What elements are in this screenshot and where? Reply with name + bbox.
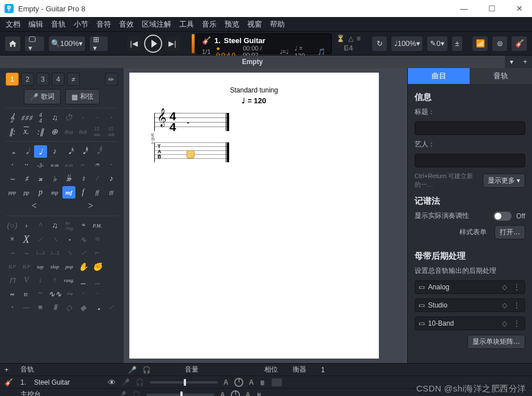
pm-icon[interactable]: P.M.: [91, 220, 104, 232]
insert-slot[interactable]: [272, 378, 282, 386]
barline-icon[interactable]: :‖: [34, 125, 47, 138]
line-icon[interactable]: ≡: [357, 35, 361, 43]
preset-menu-icon[interactable]: ⋮: [512, 301, 521, 309]
menu-effects[interactable]: 音效: [119, 19, 134, 30]
layout-button[interactable]: ⊞ ▾: [89, 36, 108, 52]
flat-icon[interactable]: ♭: [48, 172, 61, 185]
grace-icon[interactable]: ♪: [105, 172, 118, 185]
mic-icon[interactable]: 🎤: [128, 366, 137, 374]
hp2-icon[interactable]: H.P: [20, 260, 33, 273]
dead-note-icon[interactable]: ×: [6, 233, 19, 246]
chords-button[interactable]: ▦ 和弦: [65, 89, 100, 104]
vibw-icon[interactable]: ∿∿: [48, 288, 62, 300]
tremolo2-icon[interactable]: ⫴: [48, 301, 62, 314]
eq-icon[interactable]: ⫼: [259, 378, 266, 386]
display-mode-button[interactable]: 🖵 ▾: [24, 36, 45, 52]
letring-icon[interactable]: letring: [63, 220, 76, 232]
rasg-icon[interactable]: rasg.: [63, 274, 76, 287]
eighth-note-icon[interactable]: ♪: [48, 145, 61, 158]
transpose-button[interactable]: ±: [451, 36, 463, 52]
note-head-icon[interactable]: 𝅘: [91, 301, 104, 314]
tab-track[interactable]: 音轨: [470, 68, 532, 84]
triplet-feel-icon[interactable]: ♫: [48, 112, 61, 124]
thirtysecond-note-icon[interactable]: 𝅘𝅥𝅰: [77, 145, 90, 158]
mastering-preset-row[interactable]: ▭ Analog ◇ ⋮: [415, 280, 525, 294]
p-icon[interactable]: [105, 288, 118, 300]
p-icon[interactable]: ·: [105, 159, 118, 171]
home-button[interactable]: [5, 36, 21, 52]
headphone-icon[interactable]: 🎧: [142, 366, 151, 374]
lyrics-button[interactable]: 🎤 歌词: [24, 89, 61, 104]
ff-icon[interactable]: ff: [91, 186, 104, 199]
mp-icon[interactable]: mp: [48, 186, 61, 199]
sharp-icon[interactable]: ♯: [20, 172, 33, 185]
ped-icon[interactable]: 𝆮: [77, 220, 90, 232]
repeat-close-icon[interactable]: x.: [20, 125, 33, 138]
hand-icon[interactable]: ✋: [77, 260, 90, 273]
preset-updown-icon[interactable]: ◇: [500, 301, 509, 309]
wave-icon[interactable]: ∿: [77, 233, 90, 246]
tie-icon[interactable]: ⌣: [6, 172, 19, 185]
close-button[interactable]: ✕: [512, 4, 527, 13]
ottavb-icon[interactable]: 8vb: [77, 125, 90, 138]
15mb-icon[interactable]: 15mb: [105, 125, 118, 138]
hand2-icon[interactable]: ✊: [91, 260, 104, 273]
tremolo-icon[interactable]: ≡: [34, 301, 47, 314]
preset-menu-icon[interactable]: ⋮: [512, 319, 521, 327]
freetime-icon[interactable]: ⏱: [62, 112, 75, 124]
harm2-icon[interactable]: ◆: [77, 301, 90, 314]
sixteenth-note-icon[interactable]: 𝅘𝅥𝅯: [62, 145, 75, 158]
mastering-preset-row[interactable]: ▭ Studio ◇ ⋮: [415, 298, 525, 312]
play-button[interactable]: [144, 35, 162, 53]
beam-icon[interactable]: ♫: [48, 220, 62, 232]
bend-x-icon[interactable]: 𝆺: [63, 233, 76, 246]
p-icon[interactable]: [105, 274, 118, 287]
tuplet3-icon[interactable]: -3-: [34, 159, 47, 171]
v5-icon[interactable]: ⌐: [91, 247, 104, 259]
menu-tools[interactable]: 工具: [179, 19, 194, 30]
half-note-icon[interactable]: 𝅗𝅥: [20, 145, 33, 158]
upstroke-icon[interactable]: ⊓: [6, 274, 19, 287]
menu-track[interactable]: 音轨: [51, 19, 66, 30]
p-icon[interactable]: ·: [77, 288, 90, 300]
score-canvas[interactable]: Standard tuning ♩ = 120 s.guit. 𝄞 44 𝄻 T…: [124, 68, 407, 363]
staccato-icon[interactable]: ·: [6, 301, 19, 314]
tupletn-icon[interactable]: n:m: [48, 159, 61, 171]
slide2-icon[interactable]: ⟍: [48, 233, 62, 246]
double-dot-icon[interactable]: ··: [20, 159, 33, 171]
add-track-button[interactable]: +: [5, 366, 15, 374]
sound-1-button[interactable]: 📶: [472, 36, 488, 52]
minimize-button[interactable]: —: [455, 4, 472, 13]
menu-view[interactable]: 预览: [225, 19, 239, 30]
fermata-icon[interactable]: 𝄐: [91, 159, 104, 171]
mf-icon[interactable]: mf: [62, 186, 75, 199]
countdown-icon[interactable]: ⏳: [336, 35, 345, 43]
show-more-button[interactable]: 显示更多 ▾: [483, 174, 525, 188]
voice-3[interactable]: 3: [36, 73, 49, 86]
p-icon[interactable]: ⟋: [105, 301, 118, 314]
brush-icon[interactable]: ⎯: [77, 274, 90, 287]
mute-icon[interactable]: 🎤: [118, 391, 126, 397]
mute-icon[interactable]: 🎤: [121, 378, 130, 386]
tonality-toggle[interactable]: [493, 212, 512, 221]
menu-file[interactable]: 文档: [6, 19, 20, 30]
15ma-icon[interactable]: 15ma: [91, 125, 104, 138]
brush2-icon[interactable]: ⎯: [91, 274, 104, 287]
menu-bar[interactable]: 小节: [74, 19, 88, 30]
speed-button[interactable]: ♩ 100% ▾: [391, 36, 423, 52]
timesig-icon[interactable]: 44: [34, 112, 47, 124]
track-row[interactable]: 🎸 1. Steel Guitar 👁 🎤 🎧 A A ⫼: [0, 376, 532, 389]
ghost-icon[interactable]: (○): [6, 220, 19, 232]
edit-cursor[interactable]: [187, 150, 195, 158]
document-tab[interactable]: Empty: [0, 56, 505, 68]
p-icon[interactable]: ·: [77, 112, 90, 124]
eq-icon[interactable]: ⫼: [256, 391, 263, 397]
menu-section[interactable]: 区域注解: [142, 19, 171, 30]
multivoice-button[interactable]: ≠: [67, 73, 80, 86]
tab-song[interactable]: 曲目: [408, 68, 470, 84]
wave2-icon[interactable]: ≈: [91, 233, 104, 246]
arp2-icon[interactable]: ↑: [48, 274, 62, 287]
new-document-button[interactable]: ▾: [505, 56, 518, 68]
voice-4[interactable]: 4: [52, 73, 65, 86]
prev-button[interactable]: |◀: [126, 36, 142, 52]
